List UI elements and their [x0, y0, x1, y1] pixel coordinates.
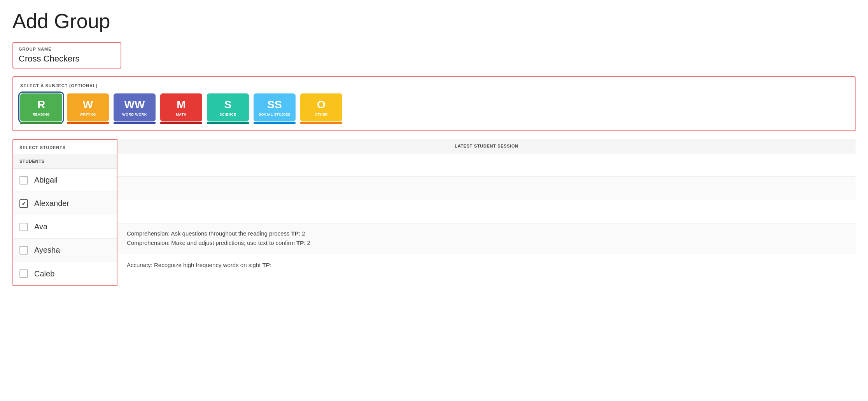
- session-col-header: LATEST STUDENT SESSION: [117, 139, 856, 153]
- page-title: Add Group: [12, 9, 856, 33]
- subject-tile-reading[interactable]: RREADING: [20, 93, 62, 124]
- students-table-container: SELECT STUDENTS STUDENTS AbigailAlexande…: [12, 139, 856, 286]
- subject-bar-socialstudies: [254, 122, 296, 124]
- student-name-2: Ava: [34, 222, 47, 231]
- subject-section: SELECT A SUBJECT (OPTIONAL) RREADINGWWRI…: [12, 76, 856, 131]
- subject-bar-math: [160, 122, 202, 124]
- session-row-0: [117, 153, 856, 177]
- subject-name-other: OTHER: [315, 113, 328, 116]
- subject-tile-inner-other: OOTHER: [300, 93, 342, 121]
- subject-letter-socialstudies: SS: [267, 98, 282, 111]
- students-left-panel: SELECT STUDENTS STUDENTS AbigailAlexande…: [12, 139, 117, 286]
- students-list: AbigailAlexanderAvaAyeshaCaleb: [13, 169, 117, 285]
- subject-letter-math: M: [177, 98, 186, 111]
- session-text-4: Accuracy: Recognize high frequency words…: [127, 260, 271, 270]
- subject-tile-socialstudies[interactable]: SSSOCIAL STUDIES: [254, 93, 296, 124]
- session-list: Comprehension: Ask questions throughout …: [117, 153, 856, 277]
- subject-name-writing: WRITING: [80, 113, 96, 116]
- student-name-1: Alexander: [34, 199, 69, 208]
- subject-tile-wordwork[interactable]: WWWORD WORK: [114, 93, 156, 124]
- subject-bar-science: [207, 122, 249, 124]
- subjects-row: RREADINGWWRITINGWWWORD WORKMMATHSSCIENCE…: [20, 93, 848, 124]
- student-row-0: Abigail: [13, 169, 117, 192]
- student-name-4: Caleb: [34, 269, 54, 278]
- group-name-value[interactable]: Cross Checkers: [19, 54, 115, 64]
- student-name-3: Ayesha: [34, 246, 60, 255]
- group-name-label: GROUP NAME: [19, 47, 115, 51]
- student-checkbox-1[interactable]: [19, 199, 28, 208]
- subject-tile-other[interactable]: OOTHER: [300, 93, 342, 124]
- subject-name-wordwork: WORD WORK: [122, 113, 147, 116]
- session-text-3: Comprehension: Ask questions throughout …: [127, 229, 310, 248]
- subject-tile-inner-math: MMATH: [160, 93, 202, 121]
- session-row-2: [117, 200, 856, 223]
- session-row-1: [117, 177, 856, 200]
- subject-tile-math[interactable]: MMATH: [160, 93, 202, 124]
- subject-bar-writing: [67, 122, 109, 124]
- subject-tile-inner-science: SSCIENCE: [207, 93, 249, 121]
- subject-tile-inner-socialstudies: SSSOCIAL STUDIES: [254, 93, 296, 121]
- subject-section-label: SELECT A SUBJECT (OPTIONAL): [20, 83, 848, 88]
- subject-name-reading: READING: [33, 113, 50, 116]
- group-name-field-box: GROUP NAME Cross Checkers: [12, 42, 121, 69]
- students-col-header: STUDENTS: [13, 154, 117, 169]
- student-row-3: Ayesha: [13, 239, 117, 262]
- session-row-3: Comprehension: Ask questions throughout …: [117, 223, 856, 253]
- subject-bar-reading: [20, 122, 62, 124]
- session-row-4: Accuracy: Recognize high frequency words…: [117, 253, 856, 277]
- subject-letter-other: O: [317, 98, 326, 111]
- subject-name-socialstudies: SOCIAL STUDIES: [259, 113, 290, 116]
- subject-name-math: MATH: [176, 113, 186, 116]
- subject-bar-other: [300, 122, 342, 124]
- student-row-2: Ava: [13, 215, 117, 239]
- subject-letter-wordwork: WW: [124, 98, 145, 111]
- subject-bar-wordwork: [114, 122, 156, 124]
- subject-name-science: SCIENCE: [219, 113, 236, 116]
- subject-letter-reading: R: [37, 98, 45, 111]
- subject-tile-inner-wordwork: WWWORD WORK: [114, 93, 156, 121]
- subject-tile-inner-writing: WWRITING: [67, 93, 109, 121]
- student-checkbox-0[interactable]: [19, 176, 28, 185]
- subject-tile-science[interactable]: SSCIENCE: [207, 93, 249, 124]
- student-name-0: Abigail: [34, 176, 58, 185]
- student-checkbox-4[interactable]: [19, 269, 28, 278]
- student-checkbox-2[interactable]: [19, 223, 28, 231]
- students-right-panel: LATEST STUDENT SESSION Comprehension: As…: [117, 139, 856, 286]
- subject-tile-inner-reading: RREADING: [20, 93, 62, 121]
- select-students-label: SELECT STUDENTS: [13, 140, 117, 154]
- student-row-1: Alexander: [13, 192, 117, 215]
- student-checkbox-3[interactable]: [19, 246, 28, 255]
- subject-letter-writing: W: [83, 98, 93, 111]
- student-row-4: Caleb: [13, 262, 117, 285]
- subject-tile-writing[interactable]: WWRITING: [67, 93, 109, 124]
- subject-letter-science: S: [224, 98, 232, 111]
